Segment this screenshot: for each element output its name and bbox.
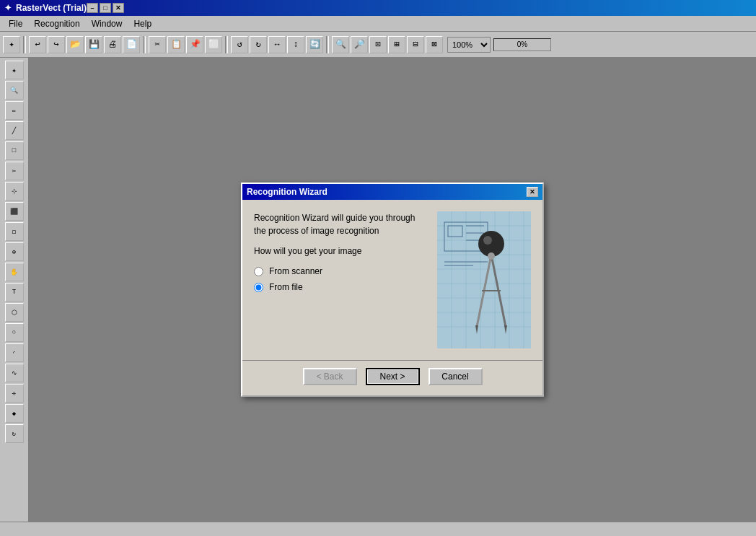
dialog-overlay: Recognition Wizard ✕ Recognition Wizard … [29, 58, 756, 522]
dialog-title-bar: Recognition Wizard ✕ [242, 184, 542, 200]
radio-file[interactable] [254, 283, 263, 292]
tool-select[interactable]: ⊹ [5, 182, 24, 201]
toolbar-rotate-cw[interactable]: ↻ [250, 36, 267, 53]
menu-window[interactable]: Window [86, 17, 128, 30]
toolbar-logo: ✦ [3, 36, 20, 53]
dialog-question: How will you get your image [254, 246, 428, 256]
tool-move[interactable]: ✛ [5, 384, 24, 403]
dialog-illustration [437, 211, 531, 348]
toolbar-sep-2 [143, 36, 146, 53]
option-scanner[interactable]: From scanner [254, 266, 428, 276]
toolbar-sep-4 [326, 36, 329, 53]
toolbar-copy[interactable]: 📋 [167, 36, 185, 53]
toolbar-zoom-select[interactable]: ⊞ [388, 36, 405, 53]
toolbar-zoom-in[interactable]: 🔍 [332, 36, 349, 53]
dialog-description: Recognition Wizard will guide you throug… [254, 211, 428, 237]
toolbar-select-all[interactable]: ⬜ [205, 36, 222, 53]
tool-zoom[interactable]: 🔍 [5, 81, 24, 100]
toolbar-print[interactable]: 🖨 [104, 36, 121, 53]
tool-text[interactable]: T [5, 283, 24, 302]
tool-crop[interactable]: ✂ [5, 162, 24, 180]
toolbar-zoom-actual[interactable]: ⊟ [407, 36, 424, 53]
tool-node[interactable]: ◆ [5, 404, 24, 423]
dialog-image-panel [437, 211, 531, 348]
progress-value: 0% [517, 40, 527, 48]
dialog-close-button[interactable]: ✕ [527, 187, 538, 197]
toolbar-zoom-fit[interactable]: ⊡ [369, 36, 387, 53]
toolbar-save[interactable]: 💾 [85, 36, 102, 53]
svg-point-23 [483, 236, 492, 245]
option-file-label: From file [269, 282, 303, 292]
toolbar-sep-3 [225, 36, 228, 53]
progress-bar: 0% [493, 38, 551, 51]
back-button[interactable]: < Back [303, 368, 357, 385]
tool-pencil[interactable]: ✏ [5, 101, 24, 120]
tool-eyedrop[interactable]: ⊕ [5, 242, 24, 261]
tool-eraser[interactable]: ◻ [5, 222, 24, 241]
toolbar-zoom-out[interactable]: 🔎 [351, 36, 368, 53]
main-layout: ✦ 🔍 ✏ ╱ □ ✂ ⊹ ⬛ ◻ ⊕ ✋ T ⬡ ○ ◜ ∿ ✛ ◆ ↻ Re… [0, 58, 756, 522]
toolbar: ✦ ↩ ↪ 📂 💾 🖨 📄 ✂ 📋 📌 ⬜ ↺ ↻ ↔ ↕ 🔄 🔍 🔎 ⊡ ⊞ … [0, 32, 756, 58]
toolbar-sep-1 [23, 36, 26, 53]
svg-point-26 [488, 252, 495, 260]
dialog-left-panel: Recognition Wizard will guide you throug… [254, 211, 428, 348]
tool-rotate[interactable]: ↻ [5, 424, 24, 443]
toolbar-zoom-width[interactable]: ⊠ [426, 36, 443, 53]
app-title: RasterVect (Trial) [16, 3, 87, 13]
left-sidebar: ✦ 🔍 ✏ ╱ □ ✂ ⊹ ⬛ ◻ ⊕ ✋ T ⬡ ○ ◜ ∿ ✛ ◆ ↻ [0, 58, 29, 522]
compass-illustration [437, 211, 531, 348]
dialog-content: Recognition Wizard will guide you throug… [242, 200, 542, 360]
option-scanner-label: From scanner [269, 266, 322, 276]
toolbar-rotate-ccw[interactable]: ↺ [231, 36, 248, 53]
recognition-wizard-dialog: Recognition Wizard ✕ Recognition Wizard … [241, 183, 544, 397]
zoom-select[interactable]: 100% 50% 200% [447, 37, 491, 53]
title-bar: ✦ RasterVect (Trial) – □ ✕ [0, 0, 756, 16]
tool-arc[interactable]: ◜ [5, 343, 24, 362]
app-icon: ✦ [4, 3, 12, 13]
toolbar-open[interactable]: 📂 [66, 36, 84, 53]
tool-pan[interactable]: ✋ [5, 263, 24, 281]
tool-rect[interactable]: □ [5, 141, 24, 160]
toolbar-paste[interactable]: 📌 [186, 36, 203, 53]
menu-recognition[interactable]: Recognition [28, 17, 85, 30]
dialog-title: Recognition Wizard [247, 187, 328, 197]
toolbar-cut[interactable]: ✂ [149, 36, 166, 53]
tool-pointer[interactable]: ✦ [5, 61, 24, 79]
tool-spline[interactable]: ∿ [5, 364, 24, 382]
close-button[interactable]: ✕ [113, 3, 124, 13]
dialog-title-controls: ✕ [527, 187, 538, 197]
toolbar-redo[interactable]: ↪ [48, 36, 65, 53]
canvas-area: Recognition Wizard ✕ Recognition Wizard … [29, 58, 756, 522]
status-bar [0, 522, 756, 536]
tool-fill[interactable]: ⬛ [5, 202, 24, 221]
cancel-button[interactable]: Cancel [428, 368, 483, 385]
minimize-button[interactable]: – [87, 3, 98, 13]
menu-help[interactable]: Help [128, 17, 157, 30]
radio-scanner[interactable] [254, 267, 263, 276]
toolbar-preview[interactable]: 📄 [123, 36, 140, 53]
maximize-button[interactable]: □ [100, 3, 111, 13]
toolbar-undo[interactable]: ↩ [29, 36, 46, 53]
svg-rect-0 [437, 211, 531, 348]
toolbar-flip-v[interactable]: ↕ [287, 36, 304, 53]
toolbar-flip-h[interactable]: ↔ [268, 36, 286, 53]
option-file[interactable]: From file [254, 282, 428, 292]
title-bar-controls: – □ ✕ [87, 3, 124, 13]
toolbar-rotate-any[interactable]: 🔄 [306, 36, 323, 53]
menu-file[interactable]: File [3, 17, 28, 30]
tool-line[interactable]: ╱ [5, 121, 24, 140]
next-button[interactable]: Next > [366, 368, 420, 385]
tool-circle[interactable]: ○ [5, 323, 24, 342]
dialog-buttons: < Back Next > Cancel [242, 360, 542, 395]
tool-polygon[interactable]: ⬡ [5, 303, 24, 322]
zoom-control: 100% 50% 200% 0% [447, 37, 551, 53]
menu-bar: File Recognition Window Help [0, 16, 756, 32]
